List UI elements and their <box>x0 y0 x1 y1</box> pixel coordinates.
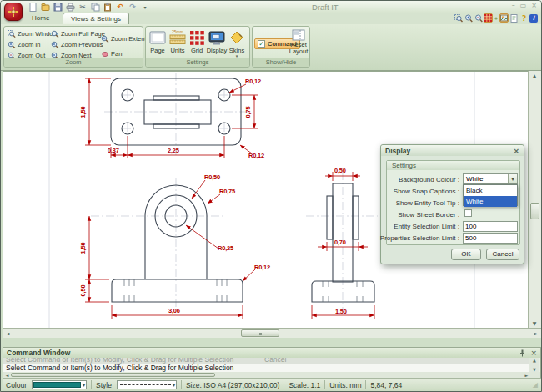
cut-button[interactable]: ✂ <box>78 3 88 12</box>
zoom-extents-icon <box>101 35 109 43</box>
save-button[interactable] <box>53 3 63 12</box>
cw-hscroll-thumb[interactable] <box>11 373 215 377</box>
cw-scroll-right[interactable]: ► <box>523 373 530 378</box>
dim-label[interactable]: 0,50 <box>334 167 346 174</box>
zoom-extents-button[interactable]: Zoom Extents <box>101 35 149 43</box>
command-window-hscroll[interactable]: ◄ ► <box>3 372 540 378</box>
cw-scroll-up[interactable]: ▲ <box>533 358 536 363</box>
entity-limit-input[interactable] <box>463 221 518 232</box>
statusbar-separator <box>181 380 182 389</box>
horizontal-scrollbar[interactable]: ◄ ► <box>3 328 541 338</box>
units-button[interactable]: 25mm Units <box>168 28 188 58</box>
properties-limit-input[interactable] <box>463 233 518 244</box>
scroll-left-arrow[interactable]: ◄ <box>3 330 13 336</box>
scroll-right-arrow[interactable]: ► <box>531 330 541 336</box>
zoom-window-icon <box>8 30 16 38</box>
cancel-button[interactable]: Cancel <box>486 249 519 260</box>
zoom-previous-button[interactable]: Zoom Previous <box>51 41 103 48</box>
display-monitor-icon <box>208 31 225 45</box>
colour-label: Colour <box>6 381 27 389</box>
properties-limit-label: Properties Selection Limit : <box>380 234 459 242</box>
dim-label[interactable]: R0,25 <box>218 244 233 252</box>
pan-button[interactable]: Pan <box>101 50 122 58</box>
command-prompt-line: Select Command or Item(s) to Modify, Cli… <box>3 364 530 372</box>
reset-layout-icon <box>292 29 305 41</box>
qat-customize-button[interactable]: ▾ <box>140 3 150 12</box>
colour-picker[interactable]: ▾ <box>32 380 87 389</box>
background-colour-select[interactable]: White ▾ <box>463 173 518 184</box>
maximize-button[interactable]: ▭ <box>520 2 527 9</box>
dim-label[interactable]: R0,12 <box>254 264 270 271</box>
redo-button[interactable]: ↷ <box>128 3 138 12</box>
zoom-window-icon[interactable] <box>454 13 463 23</box>
command-window-vscroll[interactable]: ▲ ▼ <box>529 358 539 372</box>
ok-button[interactable]: OK <box>451 249 481 260</box>
display-button[interactable]: Display <box>207 28 227 58</box>
application-menu-button[interactable] <box>4 3 23 21</box>
zoom-out-icon[interactable] <box>474 13 483 23</box>
resize-grip[interactable]: ◢ <box>533 381 538 389</box>
scroll-down-arrow[interactable]: ▼ <box>529 320 539 326</box>
dim-label[interactable]: R0,75 <box>219 188 235 195</box>
option-black[interactable]: Black <box>464 185 517 196</box>
zoom-in-icon[interactable] <box>464 13 473 23</box>
undo-button[interactable]: ↶ <box>115 3 125 12</box>
style-dropdown-arrow: ▾ <box>173 382 175 388</box>
units-readout: Units: mm <box>329 381 361 389</box>
print-button[interactable] <box>65 3 75 12</box>
colour-swatch <box>33 382 81 388</box>
image-toggle-icon[interactable] <box>499 13 509 23</box>
skins-button[interactable]: Skins ▾ <box>227 28 247 58</box>
close-button[interactable]: × <box>531 2 537 9</box>
snap-dot-icon[interactable] <box>494 13 499 23</box>
line-style-picker[interactable]: ▾ <box>117 380 177 389</box>
paste-icon <box>103 3 113 12</box>
dim-label[interactable]: 0,37 <box>108 147 119 154</box>
dim-label[interactable]: 0,75 <box>244 103 252 122</box>
dim-label[interactable]: 2,25 <box>168 147 179 154</box>
dialog-close-icon[interactable]: × <box>513 147 519 155</box>
copy-button[interactable] <box>90 3 100 12</box>
vscroll-thumb[interactable] <box>530 203 539 219</box>
line-style-preview <box>120 384 171 385</box>
ribbon-tab-row: Home Views & Settings ? i <box>1 13 541 24</box>
zoom-full-page-button[interactable]: Zoom Full Page <box>51 30 105 38</box>
scroll-up-arrow[interactable]: ▲ <box>529 73 539 78</box>
reset-layout-button[interactable]: Reset Layout <box>288 28 309 62</box>
skins-dropdown-arrow: ▾ <box>236 54 238 58</box>
hscroll-thumb[interactable] <box>241 329 279 337</box>
dim-label[interactable]: 3,06 <box>168 307 180 314</box>
dim-label[interactable]: R0,12 <box>248 152 264 159</box>
dim-label[interactable]: R0,12 <box>245 78 261 85</box>
dim-label[interactable]: 1,50 <box>79 103 87 122</box>
page-button[interactable]: Page <box>148 28 168 58</box>
option-white[interactable]: White <box>464 196 517 207</box>
info-icon[interactable]: i <box>529 14 538 23</box>
tab-views-settings[interactable]: Views & Settings <box>63 13 129 24</box>
zoom-window-button[interactable]: Zoom Window <box>8 30 58 38</box>
open-button[interactable] <box>40 3 50 12</box>
help-icon[interactable]: ? <box>519 13 529 23</box>
units-ruler-icon <box>169 34 186 45</box>
minimize-button[interactable]: – <box>512 2 515 9</box>
display-dialog: Display × Settings Background Colour : S… <box>380 144 524 264</box>
printer-icon <box>66 3 75 12</box>
tab-home[interactable]: Home <box>24 13 57 24</box>
paste-button[interactable] <box>103 3 113 12</box>
dim-label[interactable]: 0,70 <box>334 239 346 246</box>
new-button[interactable] <box>28 3 38 12</box>
front-view <box>112 185 243 302</box>
cw-scroll-left[interactable]: ◄ <box>3 373 11 378</box>
pin-icon[interactable] <box>519 349 525 357</box>
grid-toggle-icon[interactable] <box>484 13 493 23</box>
command-window-close-icon[interactable]: × <box>530 349 537 357</box>
dim-label[interactable]: R0,50 <box>204 173 220 181</box>
zoom-in-button[interactable]: Zoom In <box>8 41 41 48</box>
sheet-border-checkbox[interactable] <box>464 209 472 217</box>
vertical-scrollbar[interactable]: ▲ ▼ <box>528 71 541 328</box>
dim-label[interactable]: 0,50 <box>79 282 87 300</box>
dim-label[interactable]: 1,50 <box>79 239 87 258</box>
document-icon[interactable] <box>509 13 519 23</box>
grid-button[interactable]: Grid <box>187 28 207 58</box>
dim-label[interactable]: 1,50 <box>335 308 347 315</box>
